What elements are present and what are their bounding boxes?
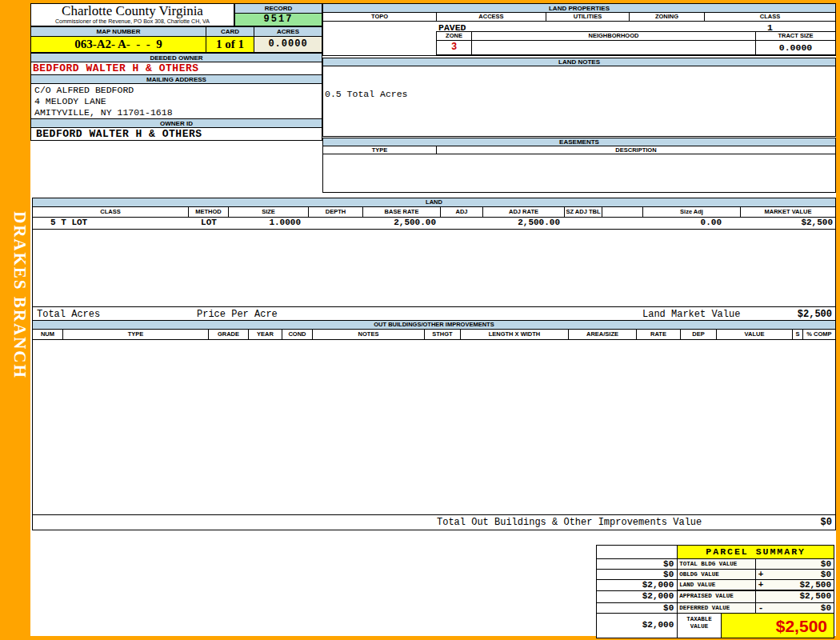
summary-row-land: $2,000 LAND VALUE +$2,500 <box>597 580 834 591</box>
land-value: $2,500 <box>799 580 831 590</box>
county-title-box: Charlotte County Virginia Commissioner o… <box>30 3 234 26</box>
owner-id-value: BEDFORD WALTER H & OTHERS <box>30 127 322 141</box>
utilities-column-header: UTILITIES <box>546 13 630 21</box>
ob-col-rate: RATE <box>637 330 681 339</box>
zoning-column-header: ZONING <box>630 13 705 21</box>
taxable-value: $2,500 <box>722 614 834 638</box>
deferred-value-label: DEFERRED VALUE <box>678 603 755 614</box>
address-line: 4 MELODY LANE <box>34 96 322 107</box>
land-col-adj-rate: ADJ RATE <box>483 207 565 217</box>
op: + <box>758 580 764 590</box>
parcel-summary-title: PARCEL SUMMARY <box>678 546 834 559</box>
neighborhood-value: 80ADrakes Branch <box>472 40 756 55</box>
ob-col-year: YEAR <box>249 330 282 339</box>
land-col-sz-adj-tbl: SZ ADJ TBL <box>565 207 602 217</box>
land-row-sz-adj-tbl <box>565 218 602 229</box>
appraised-value: $2,500 <box>799 591 831 602</box>
easement-description-column-header: DESCRIPTION <box>437 146 835 154</box>
easement-type-column-header: TYPE <box>323 146 437 154</box>
total-bldg-value-label: TOTAL BLDG VALUE <box>678 559 755 570</box>
ob-col-num: NUM <box>33 330 63 339</box>
appraised-value-label: APPRAISED VALUE <box>678 591 755 603</box>
ob-col-sthgt: STHGT <box>425 330 461 339</box>
total-acres-label: Total Acres <box>37 309 100 320</box>
land-row-size-adj: 0.00 <box>643 218 741 229</box>
out-buildings-title: OUT BUILDINGS/OTHER IMPROVEMENTS <box>33 321 835 330</box>
ob-col-pct-comp: % COMP <box>803 330 835 339</box>
land-col-method: METHOD <box>189 207 229 217</box>
total-bldg-value: $0 <box>821 559 831 569</box>
obldg-value-label: OBLDG VALUE <box>678 570 755 580</box>
land-col-blank <box>602 207 643 217</box>
address-line: C/O ALFRED BEDFORD <box>34 85 322 96</box>
land-row-method: LOT <box>189 218 229 229</box>
land-title: LAND <box>33 198 835 207</box>
land-notes-text: 0.5 Total Acres <box>325 89 408 99</box>
taxable-value-label: TAXABLE VALUE <box>678 614 722 638</box>
land-notes-box: 0.5 Total Acres <box>322 66 836 137</box>
obldg-value: $0 <box>821 570 831 579</box>
zone-subtable: ZONE NEIGHBORHOOD TRACT SIZE 3 80ADrakes… <box>436 31 836 56</box>
out-buildings-totals-row: Total Out Buildings & Other Improvements… <box>33 514 835 530</box>
land-properties-section: LAND PROPERTIES TOPO ACCESS UTILITIES ZO… <box>322 3 836 195</box>
land-row-class: 5 T LOT <box>33 218 189 229</box>
class-column-header: CLASS <box>705 13 835 21</box>
card-value: 1 of 1 <box>206 36 254 53</box>
land-market-value-total: $2,500 <box>798 309 832 320</box>
land-value-label: LAND VALUE <box>678 580 755 591</box>
land-market-value-label: Land Market Value <box>642 309 740 320</box>
land-header-row: CLASS METHOD SIZE DEPTH BASE RATE ADJ AD… <box>33 207 835 218</box>
land-col-class: CLASS <box>33 207 189 217</box>
out-buildings-total-label: Total Out Buildings & Other Improvements… <box>437 517 702 528</box>
price-per-acre-label: Price Per Acre <box>197 309 278 320</box>
op: - <box>758 603 764 613</box>
ob-col-length-width: LENGTH X WIDTH <box>461 330 569 339</box>
ob-col-s: S <box>793 330 803 339</box>
land-row-adj <box>441 218 483 229</box>
land-col-market-value: MARKET VALUE <box>741 207 835 217</box>
out-buildings-section: OUT BUILDINGS/OTHER IMPROVEMENTS NUM TYP… <box>32 320 836 530</box>
deferred-value: $0 <box>821 603 831 613</box>
ob-col-grade: GRADE <box>209 330 249 339</box>
land-row-blank <box>602 218 643 229</box>
commissioner-line: Commissioner of the Revenue, PO Box 308,… <box>31 18 234 25</box>
land-col-base-rate: BASE RATE <box>363 207 441 217</box>
acres-value: 0.0000 <box>254 36 322 53</box>
neighborhood-sidebar-label: DRAKES BRANCH <box>2 211 30 379</box>
out-buildings-total-value: $0 <box>821 517 832 528</box>
county-title: Charlotte County Virginia <box>31 4 234 18</box>
record-value: 9517 <box>234 13 322 26</box>
summary-row-total-bldg: $0 TOTAL BLDG VALUE $0 <box>597 559 834 570</box>
land-col-size: SIZE <box>229 207 309 217</box>
parcel-summary-header-row: PARCEL SUMMARY <box>597 546 834 559</box>
prev-taxable-value: $2,000 <box>597 614 678 638</box>
ob-col-notes: NOTES <box>313 330 425 339</box>
land-section: LAND CLASS METHOD SIZE DEPTH BASE RATE A… <box>32 198 836 322</box>
prev-total-bldg-value: $0 <box>597 559 678 570</box>
easements-box <box>322 154 836 193</box>
land-row-size: 1.0000 <box>229 218 309 229</box>
parcel-summary-table: PARCEL SUMMARY $0 TOTAL BLDG VALUE $0 $0… <box>596 545 834 638</box>
op: + <box>758 570 764 579</box>
topo-column-header: TOPO <box>323 13 437 21</box>
prev-deferred-value: $0 <box>597 603 678 614</box>
mailing-address-box: C/O ALFRED BEDFORD 4 MELODY LANE AMITYVI… <box>30 83 322 119</box>
prev-land-value: $2,000 <box>597 580 678 591</box>
land-row-depth <box>309 218 363 229</box>
prev-obldg-value: $0 <box>597 570 678 580</box>
land-empty-area <box>33 230 835 306</box>
out-buildings-empty-area <box>33 340 835 514</box>
deeded-owner-value: BEDFORD WALTER H & OTHERS <box>30 62 322 75</box>
map-number-value: 063-A2- A- - - 9 <box>30 36 206 53</box>
property-record-card: { "colors": { "accent_orange": "#FFA400"… <box>0 0 840 640</box>
ob-col-dep: DEP <box>681 330 717 339</box>
ob-col-s-value: VALUE <box>717 330 793 339</box>
land-row-base-rate: 2,500.00 <box>363 218 441 229</box>
ob-col-area-size: AREA/SIZE <box>569 330 637 339</box>
summary-row-deferred: $0 DEFERRED VALUE -$0 <box>597 603 834 614</box>
zone-value: 3 <box>436 40 472 55</box>
land-row-adj-rate: 2,500.00 <box>483 218 565 229</box>
land-col-size-adj: Size Adj <box>643 207 741 217</box>
out-buildings-header-row: NUM TYPE GRADE YEAR COND NOTES STHGT LEN… <box>33 330 835 340</box>
land-col-depth: DEPTH <box>309 207 363 217</box>
